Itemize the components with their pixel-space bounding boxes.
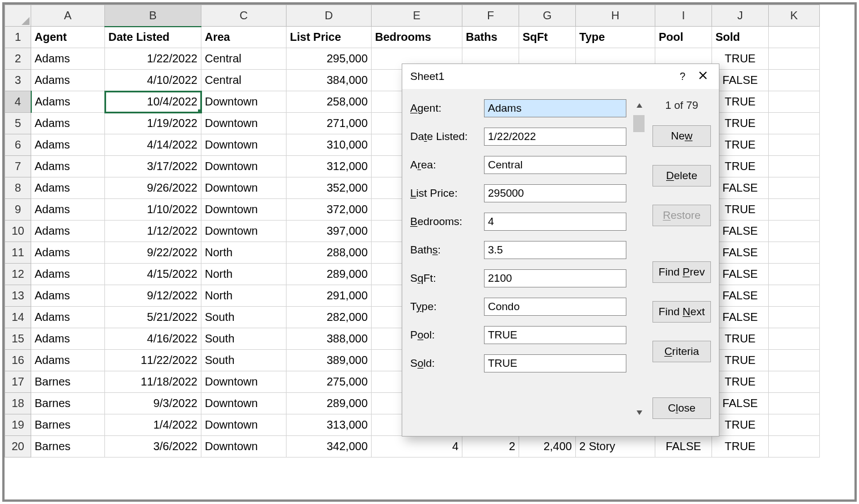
cell-K6[interactable] [769,134,820,156]
field-input-1[interactable] [484,128,626,146]
row-header-8[interactable]: 8 [5,177,31,199]
cell-A7[interactable]: Adams [31,156,105,177]
cell-C17[interactable]: Downtown [201,371,287,393]
cell-B15[interactable]: 4/16/2022 [105,328,201,350]
cell-J15[interactable]: TRUE [712,328,769,350]
col-header-D[interactable]: D [287,5,372,27]
row-header-1[interactable]: 1 [5,27,31,48]
cell-B5[interactable]: 1/19/2022 [105,113,201,134]
cell-C7[interactable]: Downtown [201,156,287,177]
row-header-19[interactable]: 19 [5,414,31,436]
cell-B12[interactable]: 4/15/2022 [105,264,201,285]
row-header-2[interactable]: 2 [5,48,31,70]
cell-D16[interactable]: 389,000 [287,350,372,371]
col-header-A[interactable]: A [31,5,105,27]
cell-J7[interactable]: TRUE [712,156,769,177]
cell-K17[interactable] [769,371,820,393]
col-header-J[interactable]: J [712,5,769,27]
header-cell[interactable]: Agent [31,27,105,48]
cell-D3[interactable]: 384,000 [287,70,372,91]
form-btn-find next[interactable]: Find Next [652,301,711,323]
cell-A12[interactable]: Adams [31,264,105,285]
cell-D19[interactable]: 313,000 [287,414,372,436]
field-input-8[interactable] [484,326,626,344]
close-icon[interactable] [693,71,713,83]
row-header-12[interactable]: 12 [5,264,31,285]
cell-B10[interactable]: 1/12/2022 [105,221,201,242]
cell-D15[interactable]: 388,000 [287,328,372,350]
cell-J18[interactable]: FALSE [712,393,769,414]
col-header-C[interactable]: C [201,5,287,27]
cell-C11[interactable]: North [201,242,287,264]
cell-J10[interactable]: FALSE [712,221,769,242]
cell-C8[interactable]: Downtown [201,177,287,199]
header-cell[interactable]: List Price [287,27,372,48]
cell-D14[interactable]: 282,000 [287,307,372,328]
cell-J20[interactable]: TRUE [712,436,769,458]
cell-A4[interactable]: Adams [31,91,105,113]
cell-B9[interactable]: 1/10/2022 [105,199,201,221]
cell-K19[interactable] [769,414,820,436]
cell-D5[interactable]: 271,000 [287,113,372,134]
cell-K14[interactable] [769,307,820,328]
cell-D11[interactable]: 288,000 [287,242,372,264]
cell-K16[interactable] [769,350,820,371]
cell-K15[interactable] [769,328,820,350]
scroll-up-icon[interactable] [633,99,646,112]
cell-B17[interactable]: 11/18/2022 [105,371,201,393]
cell-C10[interactable]: Downtown [201,221,287,242]
cell-B18[interactable]: 9/3/2022 [105,393,201,414]
select-all-corner[interactable] [5,5,31,27]
cell-C19[interactable]: Downtown [201,414,287,436]
cell-C13[interactable]: North [201,285,287,307]
header-cell[interactable]: Pool [655,27,712,48]
cell-C16[interactable]: South [201,350,287,371]
cell-A10[interactable]: Adams [31,221,105,242]
cell-K3[interactable] [769,70,820,91]
cell-B13[interactable]: 9/12/2022 [105,285,201,307]
cell-A2[interactable]: Adams [31,48,105,70]
row-header-17[interactable]: 17 [5,371,31,393]
cell-A16[interactable]: Adams [31,350,105,371]
field-input-6[interactable] [484,269,626,287]
row-header-3[interactable]: 3 [5,70,31,91]
cell-K20[interactable] [769,436,820,458]
header-cell[interactable]: Baths [462,27,519,48]
form-btn-close[interactable]: Close [652,397,711,419]
cell-D17[interactable]: 275,000 [287,371,372,393]
row-header-5[interactable]: 5 [5,113,31,134]
cell-A19[interactable]: Barnes [31,414,105,436]
cell-J6[interactable]: TRUE [712,134,769,156]
cell-A8[interactable]: Adams [31,177,105,199]
cell-A11[interactable]: Adams [31,242,105,264]
cell-K5[interactable] [769,113,820,134]
cell-K9[interactable] [769,199,820,221]
form-btn-criteria[interactable]: Criteria [652,341,711,362]
col-header-B[interactable]: B [105,5,201,27]
cell-C6[interactable]: Downtown [201,134,287,156]
cell-J4[interactable]: TRUE [712,91,769,113]
form-btn-find prev[interactable]: Find Prev [652,261,711,283]
cell-J5[interactable]: TRUE [712,113,769,134]
cell-B7[interactable]: 3/17/2022 [105,156,201,177]
field-input-5[interactable] [484,241,626,259]
field-input-0[interactable] [484,99,626,117]
cell-K8[interactable] [769,177,820,199]
dialog-titlebar[interactable]: Sheet1 ? [402,64,719,89]
cell-D10[interactable]: 397,000 [287,221,372,242]
row-header-15[interactable]: 15 [5,328,31,350]
cell-A14[interactable]: Adams [31,307,105,328]
field-input-9[interactable] [484,354,626,372]
form-btn-restore[interactable]: Restore [652,205,711,226]
cell-B6[interactable]: 4/14/2022 [105,134,201,156]
cell-B8[interactable]: 9/26/2022 [105,177,201,199]
cell-J8[interactable]: FALSE [712,177,769,199]
header-cell[interactable]: Bedrooms [372,27,462,48]
header-cell[interactable]: Area [201,27,287,48]
cell-I20[interactable]: FALSE [655,436,712,458]
cell-K12[interactable] [769,264,820,285]
cell-D18[interactable]: 289,000 [287,393,372,414]
col-header-H[interactable]: H [576,5,655,27]
row-header-4[interactable]: 4 [5,91,31,113]
row-header-13[interactable]: 13 [5,285,31,307]
